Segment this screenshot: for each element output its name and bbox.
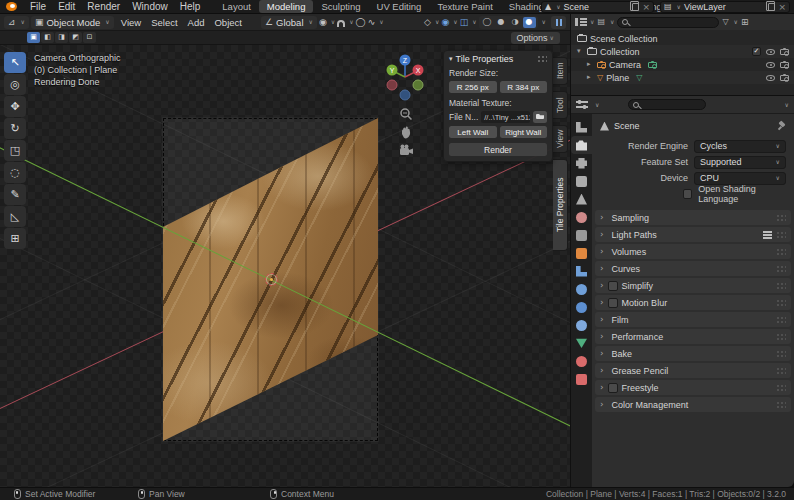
panel-drag-handle[interactable]	[537, 55, 547, 63]
hide-viewport-eye-icon[interactable]	[766, 75, 775, 81]
property-panel-header[interactable]: › Motion Blur	[595, 295, 791, 310]
remove-viewlayer-icon[interactable]: ×	[778, 3, 786, 12]
viewport-menu-item[interactable]: Add	[183, 17, 210, 28]
outliner-row-scene-collection[interactable]: Scene Collection	[571, 32, 794, 45]
collection-tab[interactable]	[571, 226, 592, 244]
navigation-gizmo[interactable]: Z Y X	[383, 50, 429, 108]
render-size-y-field[interactable]: R 384 px	[500, 81, 548, 93]
workspace-tab[interactable]: Texture Paint	[429, 0, 500, 13]
property-panel-header[interactable]: › Curves	[595, 261, 791, 276]
panel-drag-handle[interactable]	[776, 282, 786, 290]
osl-checkbox[interactable]	[683, 189, 692, 199]
workspace-tab[interactable]: Sculpting	[313, 0, 368, 13]
left-wall-button[interactable]: Left Wall	[449, 126, 497, 138]
xray-toggle-icon[interactable]: ◫	[460, 18, 469, 27]
property-panel-header[interactable]: › Grease Pencil	[595, 363, 791, 378]
workspace-tab[interactable]: Modeling	[259, 0, 314, 13]
viewport-menu-item[interactable]: Select	[146, 17, 182, 28]
new-viewlayer-icon[interactable]	[768, 3, 775, 11]
scene-selector[interactable]: ▲∨ Scene ×	[541, 1, 654, 13]
device-dropdown[interactable]: CPU∨	[694, 172, 786, 185]
gizmos-toggle-icon[interactable]: ◇	[424, 18, 431, 27]
particles-tab[interactable]	[571, 280, 592, 298]
scene-tab[interactable]	[571, 190, 592, 208]
panel-drag-handle[interactable]	[776, 231, 786, 239]
output-tab[interactable]	[571, 154, 592, 172]
panel-drag-handle[interactable]	[776, 299, 786, 307]
hide-viewport-eye-icon[interactable]	[766, 49, 775, 55]
right-wall-button[interactable]: Right Wall	[500, 126, 548, 138]
falloff-icon[interactable]: ∿	[368, 18, 376, 27]
render-size-x-field[interactable]: R 256 px	[449, 81, 497, 93]
modifiers-tab[interactable]	[571, 262, 592, 280]
render-engine-dropdown[interactable]: Cycles∨	[694, 140, 786, 153]
texture-tab[interactable]	[571, 370, 592, 388]
properties-options-icon[interactable]: ∨	[785, 102, 789, 108]
pan-view-hand-icon[interactable]	[399, 126, 413, 140]
toggle-camera-view-icon[interactable]	[399, 144, 414, 156]
annotate-tool[interactable]: ✎	[4, 184, 26, 205]
property-panel-header[interactable]: › Film	[595, 312, 791, 327]
property-panel-header[interactable]: › Freestyle	[595, 380, 791, 395]
panel-drag-handle[interactable]	[776, 367, 786, 375]
panel-drag-handle[interactable]	[776, 265, 786, 273]
workspace-tab[interactable]: Layout	[214, 0, 259, 13]
pivot-point-icon[interactable]: ◉	[319, 18, 327, 27]
panel-drag-handle[interactable]	[776, 214, 786, 222]
render-button[interactable]: Render	[449, 143, 547, 156]
preset-icon[interactable]	[763, 231, 772, 239]
options-dropdown[interactable]: Options∨	[511, 32, 560, 44]
panel-checkbox[interactable]	[608, 281, 618, 291]
feature-set-dropdown[interactable]: Supported∨	[694, 156, 786, 169]
outliner-display-mode-icon[interactable]	[575, 18, 585, 26]
material-tab[interactable]	[571, 352, 592, 370]
select-mode-intersect[interactable]: ⊡	[83, 32, 96, 43]
outliner-row-collection[interactable]: ▾ Collection ✓	[571, 45, 794, 58]
editor-type-button[interactable]: ⊿∨	[4, 16, 29, 29]
file-path-field[interactable]: //..\Tiny ...x512.png	[481, 111, 530, 123]
properties-search-input[interactable]	[628, 99, 705, 110]
constraints-tab[interactable]	[571, 316, 592, 334]
property-panel-header[interactable]: › Simplify	[595, 278, 791, 293]
topbar-menu-item[interactable]: Help	[174, 1, 207, 12]
property-panel-header[interactable]: › Sampling	[595, 210, 791, 225]
panel-drag-handle[interactable]	[776, 316, 786, 324]
mode-dropdown[interactable]: ▣ Object Mode∨	[31, 16, 114, 29]
move-tool[interactable]: ✥	[4, 96, 26, 117]
outliner-search-input[interactable]	[617, 17, 719, 28]
outliner-filter-image-icon[interactable]: ▤	[597, 18, 605, 26]
viewlayer-selector[interactable]: ▤∨ ViewLayer ×	[660, 1, 790, 13]
proportional-edit-icon[interactable]: ◯	[356, 18, 366, 27]
open-file-browser-icon[interactable]	[533, 111, 547, 123]
topbar-menu-item[interactable]: Edit	[52, 1, 81, 12]
snap-magnet-icon[interactable]	[337, 20, 345, 27]
panel-drag-handle[interactable]	[776, 248, 786, 256]
viewport-menu-item[interactable]: View	[116, 17, 146, 28]
pin-icon[interactable]	[778, 122, 786, 130]
workspace-tab[interactable]: UV Editing	[369, 0, 430, 13]
disable-render-camera-icon[interactable]	[780, 75, 789, 81]
measure-tool[interactable]: ◺	[4, 206, 26, 227]
solid-shading-button[interactable]: ●	[495, 17, 508, 28]
topbar-menu-item[interactable]: File	[24, 1, 52, 12]
material-preview-button[interactable]: ◑	[509, 17, 522, 28]
new-collection-icon[interactable]: ⊞	[741, 18, 749, 27]
transform-orientation-dropdown[interactable]: ∠ Global∨	[261, 16, 317, 29]
sidebar-tab-view[interactable]: View	[553, 125, 568, 153]
disable-render-camera-icon[interactable]	[780, 62, 789, 68]
unlink-scene-icon[interactable]: ×	[642, 3, 650, 12]
wireframe-shading-button[interactable]: ◯	[481, 17, 494, 28]
topbar-menu-item[interactable]: Render	[81, 1, 126, 12]
outliner-filter-icon[interactable]: ▽	[722, 18, 728, 26]
sidebar-tab-item[interactable]: Item	[553, 57, 568, 85]
select-mode-subtract[interactable]: ◨	[55, 32, 68, 43]
sidebar-tab-tool[interactable]: Tool	[553, 91, 568, 119]
select-box-tool[interactable]: ↖	[4, 52, 26, 73]
panel-checkbox[interactable]	[608, 383, 618, 393]
object-tab[interactable]	[571, 244, 592, 262]
viewport-canvas[interactable]: Camera Orthographic (0) Collection | Pla…	[0, 45, 570, 487]
expand-icon[interactable]: ▸	[587, 74, 594, 81]
property-panel-header[interactable]: › Light Paths	[595, 227, 791, 242]
properties-editor-type-icon[interactable]	[576, 100, 588, 109]
rotate-tool[interactable]: ↻	[4, 118, 26, 139]
